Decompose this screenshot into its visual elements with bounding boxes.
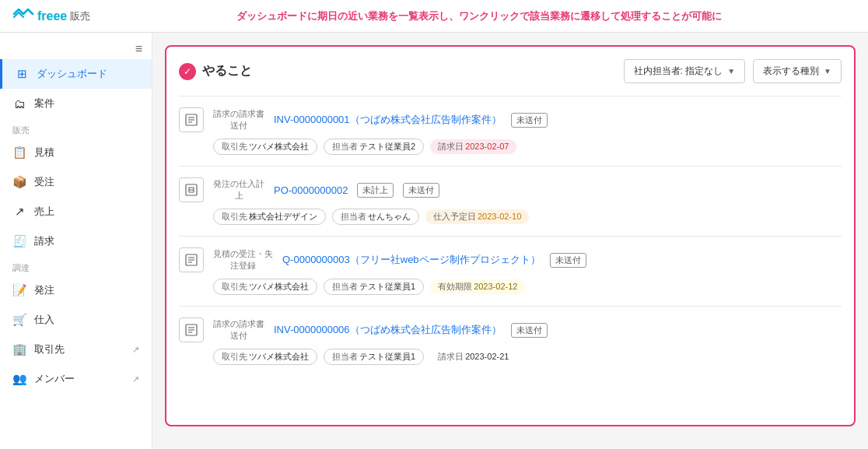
sidebar: ≡ ⊞ ダッシュボード 🗂 案件 販売 📋 見積 📦 受注 ↗ 売上 🧾 請求 … [0,33,152,449]
sidebar-label-invoice: 請求 [34,234,54,248]
task-tags-4: 取引先ツバメ株式会社 担当者テスト従業員1 請求日2023-02-21 [179,349,842,365]
cases-icon: 🗂 [12,97,26,110]
sidebar-label-members: メンバー [34,372,75,386]
task-date-3: 有効期限2023-02-12 [430,279,525,294]
kind-dropdown-arrow: ▼ [824,67,831,75]
todo-title-area: ✓ やること [179,63,624,80]
assignee-dropdown[interactable]: 社内担当者: 指定なし ▼ [624,59,746,83]
task-tags-3: 取引先ツバメ株式会社 担当者テスト従業員1 有効期限2023-02-12 [179,279,842,295]
task-type-4: 請求の請求書 送付 [213,318,264,342]
task-status-4: 未送付 [511,323,548,338]
task-date-1: 請求日2023-02-07 [430,139,516,154]
sidebar-item-contacts[interactable]: 🏢 取引先 ↗ [0,335,152,364]
task-item-3[interactable]: 見積の受注・失 注登録 Q-0000000003（フリー社webページ制作プロジ… [179,236,842,306]
sidebar-item-purchase-order[interactable]: 📝 発注 [0,275,152,305]
task-tag-assignee-1: 担当者テスト従業員2 [324,139,424,155]
sidebar-item-sales[interactable]: ↗ 売上 [0,197,152,226]
sales-icon: ↗ [12,205,26,219]
task-type-1: 請求の請求書 送付 [213,108,264,132]
sidebar-item-purchase[interactable]: 🛒 仕入 [0,305,152,335]
sidebar-label-contacts: 取引先 [34,342,65,356]
task-date-4: 請求日2023-02-21 [430,349,516,364]
todo-box: ✓ やること 社内担当者: 指定なし ▼ 表示する種別 ▼ [165,45,856,426]
sidebar-label-purchase-order: 発注 [34,283,54,297]
task-tag-assignee-2: 担当者せんちゃん [332,209,419,225]
assignee-dropdown-arrow: ▼ [727,67,735,75]
sidebar-section-procurement: 調達 [0,256,152,275]
sidebar-item-dashboard[interactable]: ⊞ ダッシュボード [0,59,152,89]
kind-label: 表示する種別 [763,65,819,78]
sidebar-section-sales: 販売 [0,118,152,138]
task-tag-client-3: 取引先ツバメ株式会社 [213,279,317,295]
task-type-3: 見積の受注・失 注登録 [213,248,273,272]
task-tag-client-2: 取引先株式会社デザイン [213,209,326,225]
menu-toggle-button[interactable]: ≡ [0,39,152,59]
task-tag-assignee-4: 担当者テスト従業員1 [324,349,424,365]
purchase-icon: 🛒 [12,313,26,327]
task-tag-client-4: 取引先ツバメ株式会社 [213,349,317,365]
task-number-3: Q-0000000003（フリー社webページ制作プロジェクト） [282,253,541,267]
task-tags-2: 取引先株式会社デザイン 担当者せんちゃん 仕入予定日2023-02-10 [179,209,842,225]
todo-controls: 社内担当者: 指定なし ▼ 表示する種別 ▼ [624,59,842,83]
task-status-1: 未送付 [511,113,548,128]
task-item-4[interactable]: 請求の請求書 送付 INV-0000000006（つばめ株式会社広告制作案件） … [179,306,842,376]
sidebar-label-dashboard: ダッシュボード [37,67,107,81]
contacts-external-icon: ↗ [132,345,139,355]
invoice-icon: 🧾 [12,234,26,248]
menu-toggle-icon: ≡ [135,42,142,56]
task-top-2: 発注の仕入計 上 PO-0000000002 未計上 未送付 [179,177,842,202]
logo-sub-text: 販売 [70,9,90,23]
sidebar-item-members[interactable]: 👥 メンバー ↗ [0,364,152,394]
sidebar-item-invoice[interactable]: 🧾 請求 [0,226,152,256]
logo-icon [12,6,34,26]
task-tag-client-1: 取引先ツバメ株式会社 [213,139,317,155]
members-external-icon: ↗ [132,374,139,384]
task-top-1: 請求の請求書 送付 INV-0000000001（つばめ株式会社広告制作案件） … [179,107,842,132]
task-icon-1 [179,107,204,132]
task-date-2: 仕入予定日2023-02-10 [425,209,529,224]
task-top-4: 請求の請求書 送付 INV-0000000006（つばめ株式会社広告制作案件） … [179,317,842,342]
sidebar-item-cases[interactable]: 🗂 案件 [0,89,152,118]
main-layout: ≡ ⊞ ダッシュボード 🗂 案件 販売 📋 見積 📦 受注 ↗ 売上 🧾 請求 … [0,33,868,449]
content-area: ✓ やること 社内担当者: 指定なし ▼ 表示する種別 ▼ [152,33,868,449]
todo-header: ✓ やること 社内担当者: 指定なし ▼ 表示する種別 ▼ [179,59,842,83]
sidebar-item-estimate[interactable]: 📋 見積 [0,138,152,167]
task-icon-4 [179,317,204,342]
assignee-label: 社内担当者: 指定なし [634,65,723,78]
sidebar-label-order: 受注 [34,175,54,189]
task-item-1[interactable]: 請求の請求書 送付 INV-0000000001（つばめ株式会社広告制作案件） … [179,96,842,166]
task-type-2: 発注の仕入計 上 [213,178,264,202]
sidebar-label-estimate: 見積 [34,146,54,160]
task-tag-assignee-3: 担当者テスト従業員1 [324,279,424,295]
logo: freee 販売 [12,6,90,26]
task-tags-1: 取引先ツバメ株式会社 担当者テスト従業員2 請求日2023-02-07 [179,139,842,155]
sidebar-label-cases: 案件 [34,96,54,110]
contacts-icon: 🏢 [12,342,26,356]
members-icon: 👥 [12,372,26,386]
banner-message: ダッシュボードに期日の近い業務を一覧表示し、ワンクリックで該当業務に遷移して処理… [103,9,856,23]
order-icon: 📦 [12,175,26,189]
sidebar-item-order[interactable]: 📦 受注 [0,167,152,197]
task-number-2: PO-0000000002 [274,184,348,196]
task-status-3: 未送付 [550,253,586,268]
kind-dropdown[interactable]: 表示する種別 ▼ [753,59,842,83]
todo-check-icon: ✓ [179,63,196,80]
task-status-2b: 未送付 [403,183,439,198]
dashboard-icon: ⊞ [15,67,29,81]
sidebar-label-purchase: 仕入 [34,313,54,327]
task-number-4: INV-0000000006（つばめ株式会社広告制作案件） [274,323,502,337]
logo-freee-text: freee [37,9,67,23]
estimate-icon: 📋 [12,146,26,160]
task-icon-3 [179,247,204,272]
sidebar-label-sales: 売上 [34,205,54,219]
top-banner: freee 販売 ダッシュボードに期日の近い業務を一覧表示し、ワンクリックで該当… [0,0,868,33]
task-number-1: INV-0000000001（つばめ株式会社広告制作案件） [274,113,502,127]
task-status-2a: 未計上 [357,183,394,198]
todo-title: やること [202,63,252,79]
task-top-3: 見積の受注・失 注登録 Q-0000000003（フリー社webページ制作プロジ… [179,247,842,272]
task-item-2[interactable]: 発注の仕入計 上 PO-0000000002 未計上 未送付 取引先株式会社デザ… [179,166,842,236]
purchase-order-icon: 📝 [12,283,26,297]
task-icon-2 [179,177,204,202]
